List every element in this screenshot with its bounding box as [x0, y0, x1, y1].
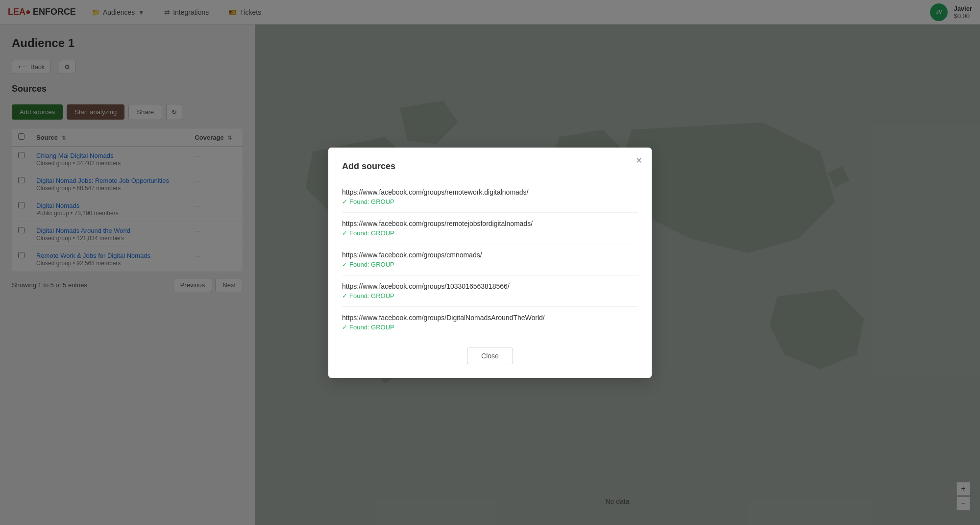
- modal-overlay: Add sources × https://www.facebook.com/g…: [0, 0, 980, 304]
- modal-close-button[interactable]: ×: [636, 155, 642, 165]
- modal-source-url: https://www.facebook.com/groups/10330165…: [342, 282, 638, 290]
- modal-title: Add sources: [342, 161, 638, 172]
- modal-source-url: https://www.facebook.com/groups/cmnomads…: [342, 251, 638, 259]
- check-icon: ✓: [342, 229, 347, 237]
- modal-source-status: ✓ Found: GROUP: [342, 229, 638, 237]
- modal-source-item: https://www.facebook.com/groups/cmnomads…: [342, 244, 638, 275]
- modal-source-url: https://www.facebook.com/groups/remotewo…: [342, 188, 638, 196]
- modal-source-status: ✓ Found: GROUP: [342, 198, 638, 205]
- modal-source-item: https://www.facebook.com/groups/remotejo…: [342, 213, 638, 244]
- add-sources-modal: Add sources × https://www.facebook.com/g…: [328, 148, 652, 304]
- modal-source-item: https://www.facebook.com/groups/10330165…: [342, 275, 638, 304]
- modal-source-status: ✓ Found: GROUP: [342, 261, 638, 268]
- modal-sources-list: https://www.facebook.com/groups/remotewo…: [342, 181, 638, 304]
- modal-source-item: https://www.facebook.com/groups/remotewo…: [342, 181, 638, 213]
- modal-source-url: https://www.facebook.com/groups/remotejo…: [342, 220, 638, 227]
- check-icon: ✓: [342, 261, 347, 268]
- check-icon: ✓: [342, 292, 347, 300]
- check-icon: ✓: [342, 198, 347, 205]
- modal-source-status: ✓ Found: GROUP: [342, 292, 638, 300]
